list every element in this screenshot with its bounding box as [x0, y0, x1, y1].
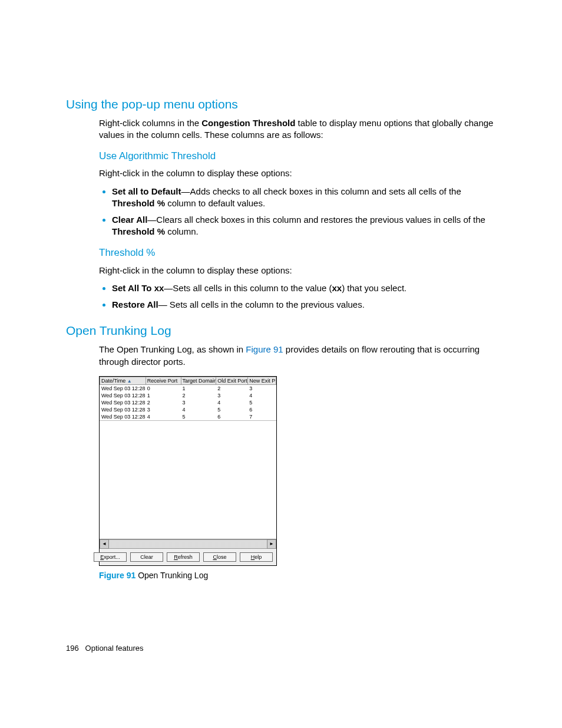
text: ) that you select.	[342, 283, 406, 293]
paragraph-trunk-intro: The Open Trunking Log, as shown in Figur…	[99, 344, 503, 368]
table-row[interactable]: Wed Sep 03 12:28... 4 5 6 7	[100, 413, 276, 420]
text: — Sets all cells in the column to the pr…	[158, 299, 365, 309]
cell: 4	[216, 399, 248, 406]
cell: 0	[146, 384, 181, 392]
cell: 6	[216, 413, 248, 420]
table-row[interactable]: Wed Sep 03 12:28... 2 3 4 5	[100, 399, 276, 406]
horizontal-scrollbar[interactable]: ◄ ►	[100, 539, 276, 549]
bold-congestion-threshold: Congestion Threshold	[201, 118, 295, 128]
col-header-datetime[interactable]: Date/Time ▲	[100, 377, 146, 384]
cell: 5	[248, 399, 276, 406]
paragraph-popup-intro: Right-click columns in the Congestion Th…	[99, 117, 503, 141]
text: column.	[165, 226, 199, 236]
cell: 3	[248, 384, 276, 392]
term-set-all-to-xx: Set All To xx	[112, 283, 164, 293]
cell: Wed Sep 03 12:28...	[100, 406, 146, 413]
scroll-track[interactable]	[109, 539, 267, 549]
cell: 5	[181, 413, 216, 420]
cell: Wed Sep 03 12:28...	[100, 384, 146, 392]
log-table: Date/Time ▲ Receive Port Target Domain O…	[100, 377, 276, 420]
close-button[interactable]: Close	[203, 552, 236, 562]
cell: 4	[248, 392, 276, 399]
help-button[interactable]: Help	[240, 552, 273, 562]
bold-xx: xx	[332, 283, 342, 293]
term-set-all-default: Set all to Default	[112, 186, 181, 196]
link-figure-91[interactable]: Figure 91	[246, 344, 283, 354]
table-empty-area	[100, 420, 276, 539]
cell: Wed Sep 03 12:28...	[100, 392, 146, 399]
heading-threshold-pct: Threshold %	[99, 246, 503, 260]
text: Right-click columns in the	[99, 118, 201, 128]
text: —Sets all cells in this column to the va…	[164, 283, 332, 293]
col-header-label: Date/Time	[101, 378, 125, 384]
col-header-old-exit-port[interactable]: Old Exit Port	[216, 377, 248, 384]
list-item: Clear All—Clears all check boxes in this…	[112, 214, 503, 238]
figure-title: Open Trunking Log	[135, 571, 208, 580]
clear-button[interactable]: Clear	[130, 552, 163, 562]
heading-popup-menu: Using the pop-up menu options	[66, 97, 503, 111]
text: —Clears all check boxes in this column a…	[147, 215, 485, 225]
dialog-button-row: Export... Clear Refresh Close Help	[100, 549, 276, 565]
paragraph-alg-intro: Right-click in the column to display the…	[99, 167, 503, 179]
btn-label: elp	[254, 554, 262, 560]
text: The Open Trunking Log, as shown in	[99, 344, 246, 354]
export-button[interactable]: Export...	[94, 552, 127, 562]
bold-threshold-pct: Threshold %	[112, 198, 165, 208]
sort-asc-icon: ▲	[127, 378, 132, 384]
cell: 4	[181, 406, 216, 413]
paragraph-thresh-intro: Right-click in the column to display the…	[99, 265, 503, 276]
cell: 4	[146, 413, 181, 420]
cell: 3	[181, 399, 216, 406]
scroll-right-icon[interactable]: ►	[267, 539, 276, 549]
page-number: 196	[66, 644, 79, 653]
bold-threshold-pct: Threshold %	[112, 226, 165, 236]
cell: 2	[146, 399, 181, 406]
list-item: Restore All— Sets all cells in the colum…	[112, 299, 503, 311]
cell: 2	[216, 384, 248, 392]
page-footer: 196 Optional features	[66, 644, 144, 653]
cell: Wed Sep 03 12:28...	[100, 399, 146, 406]
cell: Wed Sep 03 12:28...	[100, 413, 146, 420]
heading-open-trunking-log: Open Trunking Log	[66, 324, 503, 338]
btn-label: efresh	[178, 554, 193, 560]
open-trunking-log-dialog: Date/Time ▲ Receive Port Target Domain O…	[99, 376, 277, 566]
cell: 7	[248, 413, 276, 420]
cell: 5	[216, 406, 248, 413]
table-row[interactable]: Wed Sep 03 12:28... 0 1 2 3	[100, 384, 276, 392]
list-item: Set All To xx—Sets all cells in this col…	[112, 282, 503, 294]
cell: 2	[181, 392, 216, 399]
table-row[interactable]: Wed Sep 03 12:28... 1 2 3 4	[100, 392, 276, 399]
cell: 1	[146, 392, 181, 399]
table-row[interactable]: Wed Sep 03 12:28... 3 4 5 6	[100, 406, 276, 413]
section-name: Optional features	[85, 644, 144, 653]
term-clear-all: Clear All	[112, 215, 147, 225]
col-header-new-exit-port[interactable]: New Exit P	[248, 377, 276, 384]
figure-caption: Figure 91 Open Trunking Log	[99, 571, 503, 580]
heading-use-algorithmic-threshold: Use Algorithmic Threshold	[99, 150, 503, 163]
text: —Adds checks to all check boxes in this …	[181, 186, 461, 196]
col-header-target-domain[interactable]: Target Domain	[181, 377, 216, 384]
cell: 3	[216, 392, 248, 399]
cell: 3	[146, 406, 181, 413]
cell: 1	[181, 384, 216, 392]
btn-label: xport...	[104, 554, 120, 560]
cell: 6	[248, 406, 276, 413]
text: column to default values.	[165, 198, 265, 208]
btn-label: lose	[217, 554, 227, 560]
figure-label: Figure 91	[99, 571, 135, 580]
scroll-left-icon[interactable]: ◄	[100, 539, 109, 549]
refresh-button[interactable]: Refresh	[167, 552, 200, 562]
term-restore-all: Restore All	[112, 299, 158, 309]
list-item: Set all to Default—Adds checks to all ch…	[112, 186, 503, 210]
col-header-receive-port[interactable]: Receive Port	[146, 377, 181, 384]
